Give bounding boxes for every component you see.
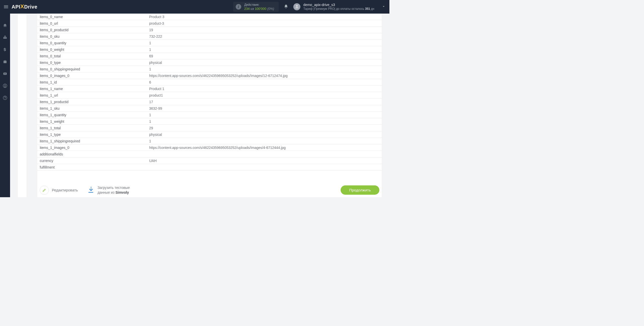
row-key: items_0_url bbox=[37, 20, 147, 26]
row-key: items_1_type bbox=[37, 132, 147, 138]
sidebar-item-help[interactable] bbox=[0, 95, 10, 101]
user-menu[interactable]: demo_apix-drive_s3 Тариф |Премиум PRO| д… bbox=[293, 3, 385, 11]
row-key: items_1_quantity bbox=[37, 112, 147, 118]
svg-rect-0 bbox=[5, 36, 6, 36]
sidebar-item-account[interactable] bbox=[0, 83, 10, 89]
svg-rect-9 bbox=[88, 192, 93, 193]
logo[interactable]: APIXDrive bbox=[12, 4, 37, 10]
continue-button[interactable]: Продолжить bbox=[341, 185, 379, 195]
sidebar-item-billing[interactable] bbox=[0, 46, 10, 53]
row-value: 732-222 bbox=[147, 33, 382, 39]
row-value: 17 bbox=[147, 99, 382, 105]
row-value: physical bbox=[147, 132, 382, 138]
sitemap-icon bbox=[3, 35, 7, 40]
sidebar bbox=[0, 14, 10, 197]
left-panel-edge bbox=[18, 14, 27, 197]
row-key: items_1_total bbox=[37, 125, 147, 131]
main-panel: items_0_nameProduct 3items_0_urlproduct-… bbox=[37, 14, 382, 197]
svg-point-8 bbox=[5, 99, 5, 99]
table-row: items_0_sku732-222 bbox=[37, 33, 382, 40]
row-key: items_1_images_0 bbox=[37, 145, 147, 151]
row-value: physical bbox=[147, 60, 382, 66]
row-key: items_0_productid bbox=[37, 27, 147, 33]
bell-icon bbox=[284, 4, 288, 9]
sidebar-item-connections[interactable] bbox=[0, 34, 10, 41]
sidebar-item-home[interactable] bbox=[0, 22, 10, 29]
row-key: additionalfields bbox=[37, 151, 147, 157]
row-key: fulfillment bbox=[37, 164, 147, 170]
sidebar-item-briefcase[interactable] bbox=[0, 58, 10, 65]
row-value: https://content.app-sources.com/s/462243… bbox=[147, 145, 382, 151]
row-value: 1 bbox=[147, 47, 382, 53]
table-row: items_1_total29 bbox=[37, 125, 382, 131]
notifications-button[interactable] bbox=[284, 4, 288, 10]
svg-point-6 bbox=[5, 85, 6, 86]
pencil-icon bbox=[42, 188, 46, 192]
row-value: product1 bbox=[147, 92, 382, 98]
load-text: Загрузить тестовые данные из Simvoly bbox=[98, 185, 130, 194]
table-row: items_0_productid19 bbox=[37, 27, 382, 33]
row-value: UAH bbox=[147, 158, 382, 164]
table-row: items_0_shippingrequired1 bbox=[37, 66, 382, 72]
table-row: items_1_images_0https://content.app-sour… bbox=[37, 144, 382, 151]
row-key: items_0_quantity bbox=[37, 40, 147, 46]
actions-counter[interactable]: i Действия: 234 из 100'000 (0%) bbox=[233, 2, 279, 12]
briefcase-icon bbox=[3, 59, 7, 64]
row-value: product-3 bbox=[147, 20, 382, 26]
row-key: items_1_weight bbox=[37, 118, 147, 125]
table-row: items_0_nameProduct 3 bbox=[37, 14, 382, 20]
dollar-icon bbox=[3, 47, 7, 52]
hamburger-icon bbox=[3, 4, 9, 10]
svg-rect-1 bbox=[3, 38, 4, 38]
chevron-down-icon bbox=[382, 5, 385, 8]
table-row: items_1_shippingrequired1 bbox=[37, 138, 382, 144]
table-row: items_0_images_0https://content.app-sour… bbox=[37, 72, 382, 79]
table-row: items_1_typephysical bbox=[37, 131, 382, 138]
row-value bbox=[147, 153, 382, 155]
question-icon bbox=[3, 96, 7, 100]
table-row: items_0_urlproduct-3 bbox=[37, 20, 382, 27]
user-menu-chevron[interactable] bbox=[382, 5, 385, 9]
logo-x: X bbox=[20, 3, 24, 10]
row-value: 1 bbox=[147, 138, 382, 144]
row-key: items_0_images_0 bbox=[37, 73, 147, 79]
avatar bbox=[293, 3, 300, 10]
table-row: items_0_quantity1 bbox=[37, 40, 382, 46]
row-key: items_0_shippingrequired bbox=[37, 66, 147, 72]
row-value: Product 3 bbox=[147, 14, 382, 20]
table-row: items_1_urlproduct1 bbox=[37, 92, 382, 99]
row-value: 3632-99 bbox=[147, 105, 382, 111]
row-key: items_0_name bbox=[37, 14, 147, 20]
user-circle-icon bbox=[3, 84, 7, 88]
row-key: items_1_shippingrequired bbox=[37, 138, 147, 144]
table-row: items_1_id6 bbox=[37, 79, 382, 86]
sidebar-item-video[interactable] bbox=[0, 70, 10, 77]
row-value: 69 bbox=[147, 53, 382, 59]
actions-label: Действия: bbox=[244, 3, 274, 7]
table-row: currencyUAH bbox=[37, 157, 382, 164]
row-key: items_1_url bbox=[37, 92, 147, 98]
row-key: items_0_total bbox=[37, 53, 147, 59]
logo-api: API bbox=[12, 4, 20, 10]
edit-button[interactable]: Редактировать bbox=[40, 186, 78, 195]
table-row: items_1_weight1 bbox=[37, 118, 382, 125]
row-key: items_1_sku bbox=[37, 105, 147, 111]
row-value: 1 bbox=[147, 40, 382, 46]
table-row: items_1_quantity1 bbox=[37, 112, 382, 118]
footer-actions: Редактировать Загрузить тестовые bbox=[37, 181, 382, 197]
actions-value: 234 из 100'000 (0%) bbox=[244, 7, 274, 11]
row-value: 1 bbox=[147, 112, 382, 118]
row-value: 29 bbox=[147, 125, 382, 131]
load-test-data-button[interactable]: Загрузить тестовые данные из Simvoly bbox=[87, 185, 130, 194]
user-plan: Тариф |Премиум PRO| до оплаты осталось 3… bbox=[303, 7, 374, 11]
row-value bbox=[147, 166, 382, 168]
svg-rect-3 bbox=[6, 38, 7, 38]
table-row: items_0_total69 bbox=[37, 53, 382, 59]
data-table: items_0_nameProduct 3items_0_urlproduct-… bbox=[37, 14, 382, 181]
table-row: items_0_weight1 bbox=[37, 46, 382, 53]
row-key: currency bbox=[37, 158, 147, 164]
home-icon bbox=[3, 23, 7, 28]
hamburger-menu-button[interactable] bbox=[2, 3, 10, 11]
row-key: items_1_name bbox=[37, 86, 147, 92]
header: APIXDrive i Действия: 234 из 100'000 (0%… bbox=[0, 0, 389, 14]
